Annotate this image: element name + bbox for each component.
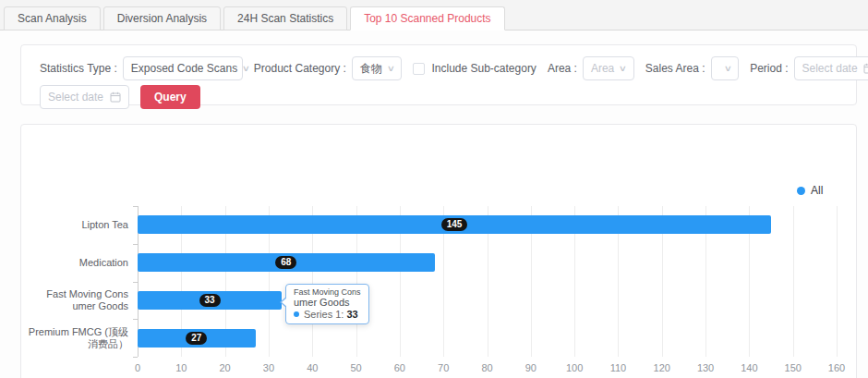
x-axis-labels: 0102030405060708090100110120130140150160 xyxy=(138,362,837,375)
statistics-type-value: Exposed Code Scans xyxy=(131,62,237,75)
x-axis-tick-label: 80 xyxy=(481,362,492,373)
x-axis-tick-label: 70 xyxy=(438,362,449,373)
calendar-icon xyxy=(863,63,868,74)
tooltip-series-label: Series 1: xyxy=(304,309,344,320)
legend-item-all[interactable]: All xyxy=(797,184,823,197)
bar-value-label: 27 xyxy=(186,332,207,345)
statistics-type-label: Statistics Type : xyxy=(40,62,117,75)
category-label-fast-moving-consumer-goods: Fast Moving Consumer Goods xyxy=(21,282,128,320)
area-select[interactable]: Area ∨ xyxy=(583,56,634,80)
product-category-label: Product Category : xyxy=(254,62,346,75)
filter-panel: Statistics Type : Exposed Code Scans ∨ P… xyxy=(20,44,857,105)
tab-24h-scan-statistics[interactable]: 24H Scan Statistics xyxy=(223,6,347,30)
period-start-input[interactable]: Select date xyxy=(794,56,868,80)
x-axis-tick-label: 150 xyxy=(785,362,802,373)
period-end-input[interactable]: Select date xyxy=(40,85,129,109)
gridline xyxy=(837,206,838,357)
bar-value-label: 33 xyxy=(199,294,221,307)
y-axis-tick xyxy=(133,357,138,358)
x-axis-tick-label: 120 xyxy=(654,362,670,373)
chart-band: 33 xyxy=(138,282,837,320)
chart-tooltip: Fast Moving Cons umer Goods Series 1: 33 xyxy=(285,284,369,324)
legend-label: All xyxy=(811,184,823,197)
chevron-down-icon: ∨ xyxy=(723,64,731,73)
category-label-lipton-tea: Lipton Tea xyxy=(21,206,128,244)
chevron-down-icon: ∨ xyxy=(619,64,627,73)
chevron-down-icon: ∨ xyxy=(242,64,250,73)
bar-premium-fmcg[interactable]: 27 xyxy=(138,329,256,348)
x-axis-tick-label: 100 xyxy=(566,362,583,373)
bar-fast-moving-consumer-goods[interactable]: 33 xyxy=(138,291,282,310)
bar-lipton-tea[interactable]: 145 xyxy=(138,215,771,234)
x-axis-tick-label: 40 xyxy=(307,362,318,373)
include-subcategory-checkbox[interactable] xyxy=(413,63,425,75)
tooltip-category-line2: umer Goods xyxy=(294,297,361,308)
tab-top-10-scanned-products[interactable]: Top 10 Scanned Products xyxy=(350,6,504,30)
tab-bar: Scan AnalysisDiversion Analysis24H Scan … xyxy=(0,0,868,30)
sales-area-select[interactable]: ∨ xyxy=(711,56,740,80)
bar-value-label: 68 xyxy=(275,256,296,269)
tooltip-arrow-icon xyxy=(282,298,287,307)
x-axis-tick-label: 10 xyxy=(175,362,187,373)
x-axis-tick-label: 30 xyxy=(263,362,274,373)
legend-dot-icon xyxy=(797,187,805,195)
query-button[interactable]: Query xyxy=(140,85,200,109)
chevron-down-icon: ∨ xyxy=(387,64,395,73)
x-axis-tick-label: 0 xyxy=(135,362,140,373)
calendar-icon xyxy=(110,91,121,103)
bar-medication[interactable]: 68 xyxy=(138,253,435,272)
tooltip-series-row: Series 1: 33 xyxy=(294,309,361,320)
filter-row-2: Select date Query xyxy=(40,85,849,109)
tooltip-category-line1: Fast Moving Cons xyxy=(294,287,361,297)
plot-area: Fast Moving Cons umer Goods Series 1: 33… xyxy=(138,206,837,357)
x-axis-tick-label: 20 xyxy=(220,362,231,373)
chart-band: 68 xyxy=(138,244,837,282)
tab-diversion-analysis[interactable]: Diversion Analysis xyxy=(103,6,221,30)
period-label: Period : xyxy=(750,62,788,75)
area-label: Area : xyxy=(548,62,577,75)
period-end-placeholder: Select date xyxy=(48,91,103,104)
x-axis-tick-label: 90 xyxy=(525,362,536,373)
x-axis-tick-label: 130 xyxy=(697,362,714,373)
chart-panel: All Lipton TeaMedicationFast Moving Cons… xyxy=(20,124,857,378)
bar-value-label: 145 xyxy=(441,218,468,231)
x-axis-tick-label: 160 xyxy=(828,362,845,373)
chart-band: 145 xyxy=(138,206,837,244)
category-label-premium-fmcg: Premium FMCG (顶级消费品） xyxy=(21,319,128,357)
period-start-placeholder: Select date xyxy=(802,62,858,75)
chart-band: 27 xyxy=(138,319,837,357)
statistics-type-select[interactable]: Exposed Code Scans ∨ xyxy=(123,56,243,80)
sales-area-label: Sales Area : xyxy=(645,62,705,75)
category-label-medication: Medication xyxy=(21,244,128,282)
series-dot-icon xyxy=(294,311,299,317)
x-axis-tick-label: 140 xyxy=(741,362,757,373)
include-subcategory-label: Include Sub-category xyxy=(431,62,536,75)
tooltip-series-value: 33 xyxy=(346,309,357,320)
x-axis-tick-label: 60 xyxy=(394,362,405,373)
area-placeholder: Area xyxy=(591,62,614,75)
y-axis-labels: Lipton TeaMedicationFast Moving Consumer… xyxy=(21,206,128,357)
product-category-select[interactable]: 食物 ∨ xyxy=(352,56,403,80)
x-axis-tick-label: 50 xyxy=(350,362,361,373)
tab-scan-analysis[interactable]: Scan Analysis xyxy=(4,6,101,30)
x-axis-tick-label: 110 xyxy=(610,362,627,373)
filter-row-1: Statistics Type : Exposed Code Scans ∨ P… xyxy=(40,56,849,80)
product-category-value: 食物 xyxy=(360,61,382,77)
